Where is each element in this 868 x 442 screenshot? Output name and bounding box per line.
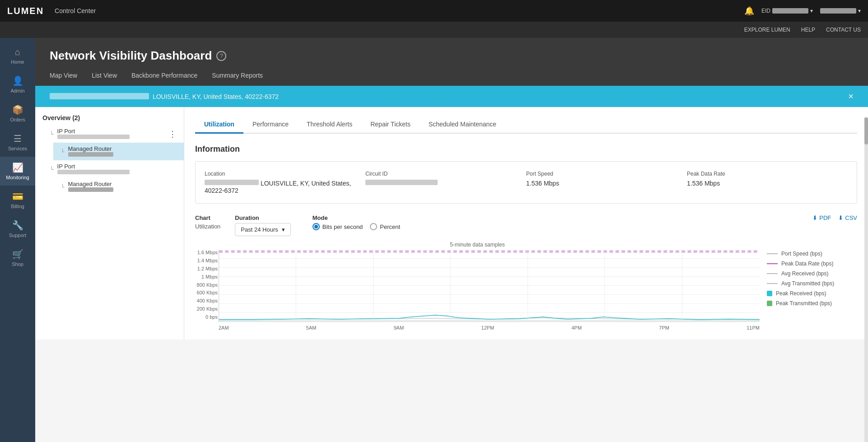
sidebar-item-orders[interactable]: 📦 Orders [0,99,35,128]
tree-group-managed-1: └ Managed Router [42,143,184,160]
tree-item-ip-port-1[interactable]: └ IP Port ⋮ [42,125,184,143]
eid-chevron-icon[interactable]: ▾ [810,8,813,14]
dashboard-title-row: Network Visibility Dashboard ? [50,49,854,63]
duration-chevron-icon: ▾ [282,226,285,233]
tree-item-managed-router-1[interactable]: └ Managed Router [53,143,184,160]
chart-x-labels: 2AM 5AM 9AM 12PM 4PM 7PM 11PM [219,323,760,330]
sidebar-item-support[interactable]: 🔧 Support [0,214,35,243]
sub-tab-threshold-alerts[interactable]: Threshold Alerts [298,116,361,134]
sidebar-item-shop[interactable]: 🛒 Shop [0,243,35,272]
legend-peak-data-rate-line [767,263,778,264]
support-icon: 🔧 [12,220,23,231]
dashboard-tabs: Map View List View Backbone Performance … [50,72,854,86]
main-split: Overview (2) └ IP Port ⋮ [35,107,868,340]
sidebar-item-orders-label: Orders [10,117,25,122]
tab-list-view[interactable]: List View [92,72,117,86]
sidebar-item-services[interactable]: ☰ Services [0,128,35,157]
help-icon[interactable]: ? [216,51,226,61]
csv-button[interactable]: ⬇ CSV [838,214,857,221]
duration-value: Past 24 Hours [241,226,278,233]
mode-block: Mode Bits per second Percent [313,214,400,230]
sidebar-item-billing-label: Billing [11,204,24,209]
tree-dots-icon-1[interactable]: ⋮ [168,129,177,139]
legend-avg-transmitted-label: Avg Transmitted (bps) [781,280,834,287]
info-label-location: Location [205,171,365,177]
explore-lumen-link[interactable]: EXPLORE LUMEN [744,27,790,33]
x-label-5am: 5AM [306,325,317,330]
tree-label-managed-router-1: Managed Router [68,145,177,152]
legend-avg-received-label: Avg Received (bps) [781,270,829,277]
sidebar-item-admin[interactable]: 👤 Admin [0,70,35,99]
tree-sublabel-ip-port-1 [57,135,165,140]
help-link[interactable]: HELP [801,27,815,33]
info-field-peak-data-rate: Peak Data Rate 1.536 Mbps [687,171,848,194]
tree-sublabel-ip-port-2 [57,170,177,175]
x-label-7pm: 7PM [659,325,669,330]
chart-type-label: Utilization [195,223,220,230]
info-field-circuit-id: Circuit ID [365,171,526,194]
tree-sublabel-managed-router-1 [68,152,177,158]
x-label-2am: 2AM [219,325,229,330]
user-chevron-icon[interactable]: ▾ [858,8,861,14]
eid-value [772,8,808,14]
chart-controls: Chart Utilization Duration Past 24 Hours… [195,214,857,236]
y-label-4: 800 Kbps [195,282,218,288]
location-banner: LOUISVILLE, KY, United States, 40222-637… [35,86,868,107]
tree-group-2: └ IP Port └ Managed [35,160,184,195]
location-blurred [50,93,149,99]
mode-bps[interactable]: Bits per second [313,223,363,230]
sub-tab-scheduled-maintenance[interactable]: Scheduled Maintenance [420,116,505,134]
csv-download-icon: ⬇ [838,214,843,221]
x-label-9am: 9AM [394,325,404,330]
scrollbar-thumb[interactable] [864,117,868,144]
location-text: LOUISVILLE, KY, United States, 40222-637… [50,93,845,100]
mode-percent[interactable]: Percent [370,223,400,230]
duration-select[interactable]: Past 24 Hours ▾ [235,223,290,236]
radio-percent-icon [370,223,377,230]
sub-tabs: Utilization Performance Threshold Alerts… [195,116,857,134]
contact-us-link[interactable]: CONTACT US [826,27,861,33]
sidebar-item-admin-label: Admin [10,88,24,93]
x-label-11pm: 11PM [747,325,760,330]
info-value-peak-data-rate: 1.536 Mbps [687,180,848,187]
legend-peak-received-label: Peak Received (bps) [776,290,826,297]
close-banner-icon[interactable]: × [848,91,854,102]
legend-peak-data-rate-label: Peak Data Rate (bps) [781,261,833,267]
notification-bell-icon[interactable]: 🔔 [744,6,754,16]
location-blurred-part [205,180,259,185]
sidebar-item-home[interactable]: ⌂ Home [0,42,35,70]
billing-icon: 💳 [12,191,23,202]
tab-map-view[interactable]: Map View [50,72,77,86]
tree-item-managed-router-2[interactable]: └ Managed Router [53,178,184,195]
top-bar-right: 🔔 EID ▾ ▾ [744,6,861,16]
legend-peak-received: Peak Received (bps) [767,290,857,297]
legend-avg-received-line [767,273,778,274]
duration-block: Duration Past 24 Hours ▾ [235,214,290,236]
mode-bps-label: Bits per second [322,223,363,230]
sidebar-item-billing[interactable]: 💳 Billing [0,186,35,214]
sub-tab-utilization[interactable]: Utilization [195,116,243,134]
eid-label: EID [761,8,770,14]
legend-port-speed-line [767,253,778,254]
x-label-4pm: 4PM [572,325,582,330]
tree-content-managed-router-2: Managed Router [68,181,177,193]
chart-container: 1.6 Mbps 1.4 Mbps 1.2 Mbps 1 Mbps 800 Kb… [195,250,760,330]
legend-port-speed-label: Port Speed (bps) [781,251,822,257]
scrollbar[interactable] [864,117,868,442]
info-value-port-speed: 1.536 Mbps [526,180,687,187]
sub-tab-repair-tickets[interactable]: Repair Tickets [361,116,420,134]
sidebar-item-home-label: Home [11,59,24,65]
sub-tab-performance[interactable]: Performance [243,116,298,134]
chart-actions: ⬇ PDF ⬇ CSV [812,214,857,221]
services-icon: ☰ [14,133,22,144]
chart-label-title: Chart [195,214,220,221]
pdf-button[interactable]: ⬇ PDF [812,214,831,221]
tree-item-ip-port-2[interactable]: └ IP Port [42,160,184,178]
pdf-label: PDF [819,214,831,221]
chart-svg [219,250,760,322]
circuit-id-blurred [365,180,438,185]
legend-port-speed: Port Speed (bps) [767,251,857,257]
sidebar-item-monitoring[interactable]: 📈 Monitoring [0,157,35,186]
tab-backbone-performance[interactable]: Backbone Performance [131,72,197,86]
tab-summary-reports[interactable]: Summary Reports [212,72,263,86]
